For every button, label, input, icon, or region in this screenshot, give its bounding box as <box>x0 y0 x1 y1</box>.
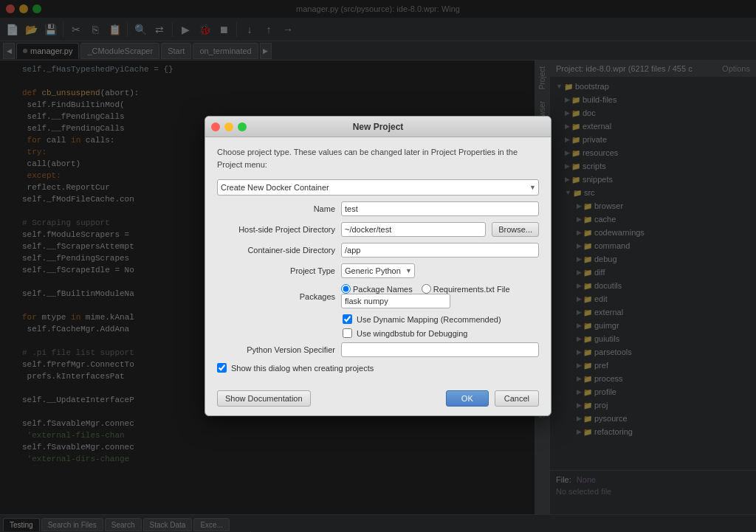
wingdbstub-label: Use wingdbstub for Debugging <box>357 329 467 338</box>
container-dir-label: Container-side Directory <box>217 246 335 255</box>
project-type-field-row: Project Type Generic Python ▼ <box>217 263 539 278</box>
name-label: Name <box>217 204 335 213</box>
show-dialog-checkbox[interactable] <box>217 363 227 373</box>
requirements-radio[interactable] <box>422 284 431 294</box>
modal-description: Choose project type. These values can be… <box>217 146 539 170</box>
show-documentation-button[interactable]: Show Documentation <box>217 390 311 407</box>
dynamic-mapping-label: Use Dynamic Mapping (Recommended) <box>357 315 501 324</box>
browse-button[interactable]: Browse... <box>492 222 539 237</box>
modal-title-bar: New Project <box>205 117 551 137</box>
ok-button[interactable]: OK <box>446 390 489 407</box>
container-dir-row: Container-side Directory <box>217 243 539 258</box>
packages-radio-group: Package Names Requirements.txt File <box>341 284 510 308</box>
new-project-modal: New Project Choose project type. These v… <box>205 116 551 416</box>
package-names-radio-label[interactable]: Package Names <box>341 284 413 294</box>
project-type-select-wrapper: Generic Python ▼ <box>341 263 415 278</box>
cancel-button[interactable]: Cancel <box>495 390 539 407</box>
wingdbstub-row: Use wingdbstub for Debugging <box>217 328 539 338</box>
requirements-radio-label[interactable]: Requirements.txt File <box>422 284 510 294</box>
python-version-label: Python Version Specifier <box>217 345 335 354</box>
show-dialog-label: Show this dialog when creating projects <box>231 364 374 373</box>
modal-footer: Show Documentation OK Cancel <box>205 384 551 415</box>
modal-title: New Project <box>353 122 404 132</box>
name-input[interactable] <box>341 201 539 216</box>
modal-action-buttons: OK Cancel <box>446 390 539 407</box>
modal-close-button[interactable] <box>211 122 220 131</box>
packages-row: Packages Package Names Requirements.txt … <box>217 284 539 308</box>
radio-group: Package Names Requirements.txt File <box>341 284 510 294</box>
modal-overlay: New Project Choose project type. These v… <box>0 0 756 532</box>
container-dir-input[interactable] <box>341 243 539 258</box>
project-type-dropdown[interactable]: Create New Docker Container <box>217 179 539 196</box>
show-dialog-row: Show this dialog when creating projects <box>217 363 539 373</box>
project-type-row: Create New Docker Container ▼ <box>217 179 539 196</box>
host-dir-row: Host-side Project Directory Browse... <box>217 222 539 237</box>
modal-max-button[interactable] <box>238 122 247 131</box>
packages-input[interactable] <box>341 294 450 308</box>
package-names-radio[interactable] <box>341 284 351 294</box>
wingdbstub-checkbox[interactable] <box>343 328 352 338</box>
project-type-field-label: Project Type <box>217 266 335 275</box>
modal-min-button[interactable] <box>224 122 233 131</box>
modal-body: Choose project type. These values can be… <box>205 137 551 384</box>
host-dir-input[interactable] <box>341 222 486 237</box>
modal-window-controls[interactable] <box>211 122 247 131</box>
project-type-dropdown-wrapper: Create New Docker Container ▼ <box>217 179 539 196</box>
name-row: Name <box>217 201 539 216</box>
dynamic-mapping-row: Use Dynamic Mapping (Recommended) <box>217 314 539 324</box>
project-type-select[interactable]: Generic Python <box>341 263 415 278</box>
python-version-row: Python Version Specifier <box>217 342 539 357</box>
host-dir-label: Host-side Project Directory <box>217 225 335 234</box>
dynamic-mapping-checkbox[interactable] <box>343 314 352 324</box>
packages-label: Packages <box>217 292 335 301</box>
python-version-input[interactable] <box>341 342 539 357</box>
